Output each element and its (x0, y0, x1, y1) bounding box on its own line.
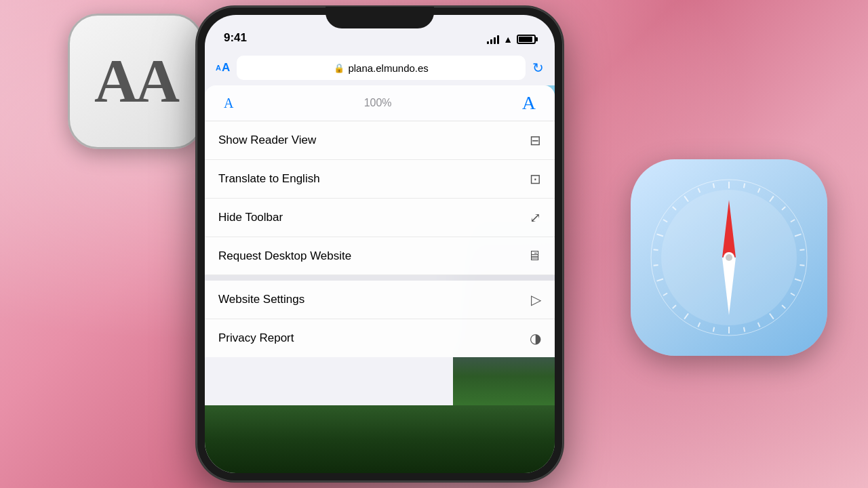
font-decrease-button[interactable]: A (216, 96, 241, 111)
iphone-notch (326, 7, 434, 28)
signal-bar-2 (490, 39, 492, 44)
svg-line-4 (770, 196, 774, 201)
aa-small-letter: A (216, 64, 221, 72)
svg-line-19 (684, 314, 688, 319)
safari-background (631, 159, 827, 356)
aa-button[interactable]: A A (216, 61, 230, 75)
bottom-photo (205, 405, 555, 473)
safari-compass-svg (648, 176, 810, 339)
svg-line-3 (758, 188, 760, 192)
font-icon-letters: AA (94, 51, 177, 112)
svg-line-13 (770, 314, 774, 319)
svg-line-7 (795, 234, 802, 236)
svg-line-27 (673, 207, 676, 210)
signal-bar-3 (494, 37, 496, 44)
svg-line-25 (656, 234, 663, 236)
aa-big-letter: A (222, 61, 230, 75)
signal-bars-icon (487, 35, 499, 44)
url-text: plana.elmundo.es (348, 62, 428, 74)
svg-line-14 (758, 323, 760, 327)
privacy-report-item[interactable]: Privacy Report ◑ (205, 319, 555, 357)
svg-line-2 (744, 183, 745, 188)
hide-toolbar-item[interactable]: Hide Toolbar ⤢ (205, 199, 555, 237)
svg-line-30 (713, 183, 714, 188)
svg-line-15 (744, 327, 745, 332)
svg-point-35 (726, 254, 732, 261)
svg-line-21 (663, 293, 667, 296)
hide-toolbar-label: Hide Toolbar (218, 211, 283, 224)
svg-line-9 (800, 265, 804, 266)
reader-view-icon: ⊟ (530, 132, 541, 148)
website-settings-item[interactable]: Website Settings ▷ (205, 281, 555, 319)
lock-icon: 🔒 (334, 63, 344, 73)
svg-line-12 (782, 305, 785, 308)
battery-fill (519, 37, 532, 42)
iphone-screen: 9:41 ▲ A A 🔒 plan (205, 15, 555, 473)
iphone-frame: 9:41 ▲ A A 🔒 plan (197, 7, 563, 481)
svg-line-26 (663, 220, 667, 222)
svg-line-23 (654, 265, 658, 266)
request-desktop-website-item[interactable]: Request Desktop Website 🖥 (205, 237, 555, 275)
signal-bar-4 (497, 35, 499, 44)
svg-line-22 (656, 279, 663, 281)
status-icons: ▲ (487, 34, 536, 45)
font-increase-button[interactable]: A (514, 92, 544, 114)
menu-panel: A 100% A Show Reader View ⊟ Translate to… (205, 85, 555, 357)
svg-line-11 (791, 293, 795, 296)
safari-app-icon[interactable] (631, 159, 827, 356)
wifi-icon: ▲ (503, 34, 513, 45)
show-reader-view-item[interactable]: Show Reader View ⊟ (205, 121, 555, 160)
privacy-icon: ◑ (530, 330, 541, 346)
show-reader-view-label: Show Reader View (218, 134, 316, 147)
font-size-percentage: 100% (241, 97, 513, 109)
svg-line-8 (800, 249, 804, 250)
status-time: 9:41 (224, 31, 247, 45)
svg-line-18 (698, 323, 700, 327)
address-bar[interactable]: A A 🔒 plana.elmundo.es ↻ (205, 50, 555, 85)
battery-icon (517, 35, 536, 44)
translate-to-english-label: Translate to English (218, 172, 320, 186)
svg-line-28 (684, 196, 688, 201)
font-app-icon[interactable]: AA (68, 14, 203, 149)
menu-divider (205, 275, 555, 281)
svg-line-5 (782, 207, 785, 210)
svg-line-10 (795, 279, 802, 281)
svg-line-20 (673, 305, 676, 308)
signal-bar-1 (487, 41, 489, 44)
privacy-report-label: Privacy Report (218, 331, 294, 345)
svg-line-24 (654, 249, 658, 250)
url-bar[interactable]: 🔒 plana.elmundo.es (237, 56, 526, 80)
font-size-row[interactable]: A 100% A (205, 85, 555, 121)
svg-line-6 (791, 220, 795, 222)
settings-icon: ▷ (531, 291, 541, 308)
reload-button[interactable]: ↻ (532, 60, 544, 76)
translate-to-english-item[interactable]: Translate to English ⊡ (205, 160, 555, 199)
svg-line-29 (698, 188, 700, 192)
request-desktop-website-label: Request Desktop Website (218, 249, 351, 263)
desktop-icon: 🖥 (528, 248, 541, 264)
translate-icon: ⊡ (530, 171, 541, 187)
svg-line-17 (713, 327, 714, 332)
website-settings-label: Website Settings (218, 293, 304, 306)
hide-toolbar-icon: ⤢ (530, 209, 541, 226)
